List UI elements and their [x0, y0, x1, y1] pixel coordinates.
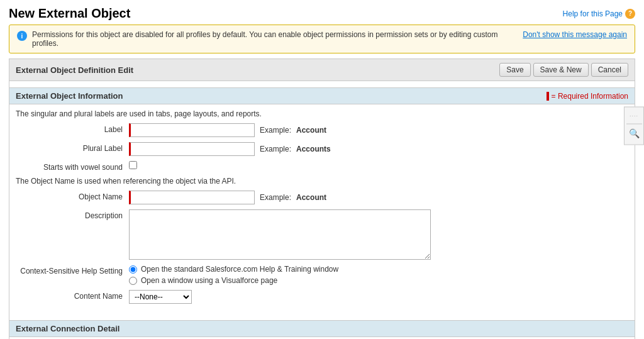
label-field-wrap: Example: Account: [129, 123, 628, 137]
info-icon: i: [17, 31, 27, 41]
save-button[interactable]: Save: [499, 63, 530, 77]
edit-section-header: External Object Definition Edit Save Sav…: [9, 58, 635, 81]
object-name-row: Object Name Example: Account: [16, 191, 628, 204]
plural-label-field-label: Plural Label: [16, 142, 129, 153]
context-help-wrap: Open the standard Salesforce.com Help & …: [129, 265, 628, 285]
vowel-sound-wrap: [129, 161, 628, 169]
help-link[interactable]: Help for this Page ?: [563, 9, 635, 19]
edit-section-title: External Object Definition Edit: [16, 65, 133, 75]
description-row: Description: [16, 209, 628, 260]
sidebar-search-icon[interactable]: 🔍: [626, 124, 642, 142]
info-banner: i Permissions for this object are disabl…: [9, 25, 635, 53]
vowel-sound-row: Starts with vowel sound: [16, 161, 628, 172]
content-name-select[interactable]: --None--: [129, 290, 192, 304]
sidebar-panel: ···· 🔍: [624, 107, 644, 145]
context-help-radio-group: Open the standard Salesforce.com Help & …: [129, 265, 338, 285]
object-name-input[interactable]: [129, 191, 255, 204]
info-banner-message: Permissions for this object are disabled…: [32, 30, 514, 48]
required-legend: = Required Information: [547, 92, 628, 101]
page-header: New External Object Help for this Page ?: [0, 0, 644, 25]
description-label: Description: [16, 209, 129, 220]
api-note: The Object Name is used when referencing…: [16, 177, 628, 186]
form-section: External Object Information = Required I…: [9, 81, 635, 339]
label-field-label: Label: [16, 123, 129, 134]
vowel-sound-checkbox[interactable]: [129, 161, 137, 169]
required-bar: [547, 92, 549, 101]
plural-label-example-value: Accounts: [296, 145, 331, 153]
plural-label-field-wrap: Example: Accounts: [129, 142, 628, 156]
page-title: New External Object: [9, 6, 130, 21]
label-example-prefix: Example:: [260, 126, 291, 135]
required-label: = Required Information: [552, 92, 628, 101]
save-new-button[interactable]: Save & New: [533, 63, 589, 77]
help-link-text: Help for this Page: [563, 9, 623, 18]
plural-label-row: Plural Label Example: Accounts: [16, 142, 628, 156]
vowel-sound-label: Starts with vowel sound: [16, 161, 129, 172]
context-help-radio-2[interactable]: [129, 277, 137, 285]
context-help-row: Context-Sensitive Help Setting Open the …: [16, 265, 628, 285]
content-name-label: Content Name: [16, 290, 129, 301]
cancel-button[interactable]: Cancel: [591, 63, 628, 77]
sidebar-dots: ····: [628, 110, 640, 121]
external-object-info-header: External Object Information = Required I…: [9, 87, 635, 104]
object-name-example-prefix: Example:: [260, 193, 291, 202]
label-input[interactable]: [129, 123, 255, 137]
external-connection-header: External Connection Detail: [9, 320, 635, 337]
context-help-option-2[interactable]: Open a window using a Visualforce page: [129, 276, 338, 285]
form-body: The singular and plural labels are used …: [9, 104, 635, 314]
object-name-example-value: Account: [296, 193, 326, 202]
description-textarea[interactable]: [129, 209, 431, 260]
context-help-option-1[interactable]: Open the standard Salesforce.com Help & …: [129, 265, 338, 274]
help-icon: ?: [625, 9, 635, 19]
plural-label-input[interactable]: [129, 142, 255, 156]
label-row: Label Example: Account: [16, 123, 628, 137]
description-wrap: [129, 209, 628, 260]
context-help-label: Context-Sensitive Help Setting: [16, 265, 129, 275]
action-buttons: Save Save & New Cancel: [499, 63, 628, 77]
object-name-wrap: Example: Account: [129, 191, 628, 204]
labels-note: The singular and plural labels are used …: [16, 109, 628, 118]
content-name-row: Content Name --None--: [16, 290, 628, 304]
content-name-wrap: --None--: [129, 290, 628, 304]
context-help-radio-1[interactable]: [129, 265, 137, 274]
external-object-info-title: External Object Information: [16, 91, 123, 101]
main-content: External Object Definition Edit Save Sav…: [9, 58, 635, 339]
plural-label-example-prefix: Example:: [260, 145, 291, 153]
object-name-label: Object Name: [16, 191, 129, 201]
external-connection-title: External Connection Detail: [16, 324, 119, 333]
label-example-value: Account: [296, 126, 326, 135]
dont-show-link[interactable]: Don't show this message again: [523, 30, 627, 39]
